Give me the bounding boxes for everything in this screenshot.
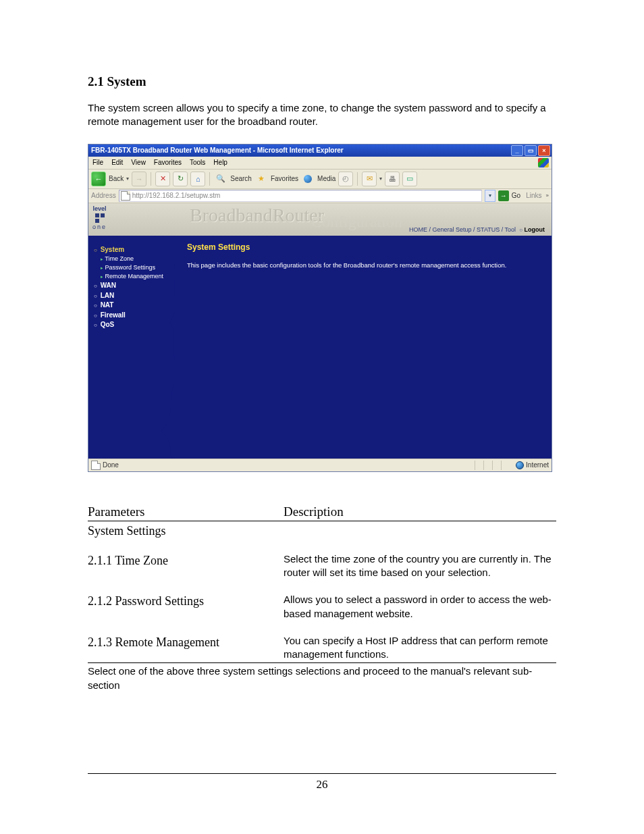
mail-icon[interactable]: ✉ [362, 172, 377, 186]
address-label: Address [91, 192, 116, 199]
row-remote-management-param: 2.1.3 Remote Management [88, 634, 284, 663]
crumb-general-setup[interactable]: General Setup [433, 226, 472, 233]
window-title: FBR-1405TX Broadband Router Web Manageme… [91, 147, 344, 154]
closing-note: Select one of the above three system set… [88, 664, 556, 692]
go-label[interactable]: Go [512, 192, 520, 199]
url-text: http://192.168.2.1/setupw.stm [132, 192, 221, 199]
brand-logo: level one [92, 206, 107, 230]
row-password-settings-desc: Allows you to select a password in order… [284, 593, 556, 634]
back-label[interactable]: Back [109, 175, 124, 182]
search-label[interactable]: Search [230, 175, 252, 182]
sidebar-item-lan[interactable]: ○ LAN [94, 291, 172, 301]
refresh-icon[interactable]: ↻ [173, 172, 188, 186]
menu-tools[interactable]: Tools [190, 159, 205, 166]
page-icon [121, 191, 130, 201]
home-icon[interactable]: ⌂ [190, 172, 205, 186]
row-remote-management-desc: You can specify a Host IP address that c… [284, 634, 556, 663]
go-button[interactable]: → [498, 190, 509, 201]
back-button[interactable]: ← [91, 172, 106, 186]
search-icon[interactable]: 🔍 [214, 172, 227, 186]
close-icon[interactable]: × [538, 145, 550, 156]
col-description: Description [284, 504, 556, 521]
banner-title: BroadbandRouter [190, 205, 324, 226]
logout-link[interactable]: Logout [525, 226, 545, 233]
stop-icon[interactable]: ✕ [155, 172, 170, 186]
favorites-label[interactable]: Favorites [271, 175, 298, 182]
crumb-tool[interactable]: Tool [505, 226, 516, 233]
sidebar-item-wan[interactable]: ○ WAN [94, 281, 172, 291]
print-icon[interactable]: 🖶 [385, 172, 400, 186]
footer-rule [88, 773, 556, 774]
logo-text-top: level [93, 206, 107, 212]
history-icon[interactable]: ◴ [338, 172, 353, 186]
sidebar-item-qos[interactable]: ○ QoS [94, 320, 172, 330]
discuss-icon[interactable]: ▭ [402, 172, 417, 186]
minimize-icon[interactable]: _ [511, 145, 523, 156]
media-label[interactable]: Media [317, 175, 336, 182]
panel-description: This page includes the basic configurati… [187, 261, 539, 269]
favorites-icon[interactable]: ★ [254, 172, 268, 186]
links-label[interactable]: Links [526, 192, 541, 199]
sidebar-item-password-settings[interactable]: ▸ Password Settings [101, 263, 172, 272]
page-number: 26 [88, 778, 556, 791]
breadcrumb: HOME / General Setup / STATUS / Tool ○ L… [409, 226, 545, 233]
panel-heading: System Settings [187, 242, 539, 252]
section-heading: 2.1 System [88, 74, 556, 89]
main-panel: System Settings This page includes the b… [175, 236, 552, 459]
window-titlebar: FBR-1405TX Broadband Router Web Manageme… [88, 145, 552, 157]
menu-help[interactable]: Help [213, 159, 227, 166]
logo-text-bottom: one [92, 224, 107, 230]
row-time-zone-desc: Select the time zone of the country you … [284, 552, 556, 594]
status-zone: Internet [526, 461, 549, 469]
ie-status-bar: Done Internet [88, 459, 552, 471]
banner-subtitle: Configuration [311, 213, 402, 231]
sidebar-item-firewall[interactable]: ○ Firewall [94, 311, 172, 321]
sidebar: ○ System ▸ Time Zone ▸ Password Settings… [88, 236, 175, 459]
status-page-icon [91, 461, 101, 470]
forward-button[interactable]: → [132, 172, 146, 186]
section-intro: The system screen allows you to specify … [88, 101, 556, 129]
screenshot-window: FBR-1405TX Broadband Router Web Manageme… [88, 144, 552, 472]
internet-zone-icon [516, 461, 524, 469]
address-dropdown-icon[interactable]: ▾ [485, 190, 495, 202]
logo-icon [95, 213, 105, 223]
menu-file[interactable]: File [92, 159, 103, 166]
address-bar: Address http://192.168.2.1/setupw.stm ▾ … [88, 189, 552, 203]
sidebar-item-remote-management[interactable]: ▸ Remote Management [101, 272, 172, 281]
parameters-table: Parameters Description System Settings 2… [88, 504, 556, 664]
sidebar-item-system[interactable]: ○ System [94, 245, 172, 255]
crumb-home[interactable]: HOME [409, 226, 427, 233]
windows-flag-icon [538, 158, 549, 167]
page-banner: level one BroadbandRouter Configuration … [88, 203, 552, 236]
content-area: ○ System ▸ Time Zone ▸ Password Settings… [88, 236, 552, 459]
menu-bar: File Edit View Favorites Tools Help [88, 157, 552, 170]
menu-view[interactable]: View [131, 159, 146, 166]
url-input[interactable]: http://192.168.2.1/setupw.stm [119, 190, 482, 202]
crumb-status[interactable]: STATUS [477, 226, 500, 233]
sidebar-item-nat[interactable]: ○ NAT [94, 301, 172, 311]
toolbar: ← Back ▾ → ✕ ↻ ⌂ 🔍 Search ★ Favorites Me… [88, 170, 552, 189]
menu-favorites[interactable]: Favorites [154, 159, 182, 166]
row-time-zone-param: 2.1.1 Time Zone [88, 552, 284, 594]
maximize-icon[interactable]: ▭ [525, 145, 537, 156]
sidebar-item-time-zone[interactable]: ▸ Time Zone [101, 255, 172, 263]
row-password-settings-param: 2.1.2 Password Settings [88, 593, 284, 634]
media-icon[interactable] [301, 172, 315, 186]
row-system-settings: System Settings [88, 521, 284, 552]
col-parameters: Parameters [88, 504, 284, 521]
status-done: Done [103, 461, 119, 469]
menu-edit[interactable]: Edit [111, 159, 123, 166]
